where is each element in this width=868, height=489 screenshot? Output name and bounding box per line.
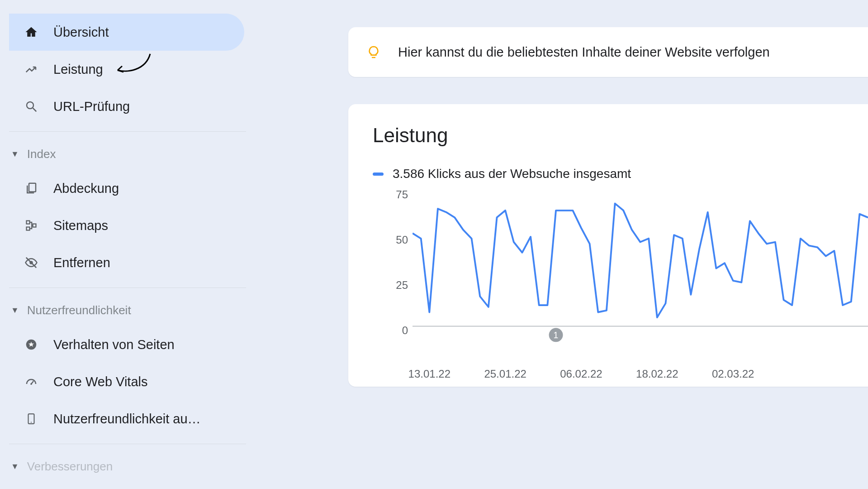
sidebar-item-core-web-vitals[interactable]: Core Web Vitals [9, 363, 244, 400]
divider [9, 288, 246, 288]
sidebar-item-label: Übersicht [53, 25, 109, 40]
sidebar-section-enhancements[interactable]: ▼ Verbesserungen [0, 451, 253, 482]
legend-swatch [373, 173, 384, 176]
section-title: Nutzerfreundlichkeit [27, 303, 131, 317]
sidebar-index-group: Abdeckung Sitemaps Entfernen [0, 170, 253, 281]
smartphone-icon [24, 411, 39, 427]
sidebar-item-removals[interactable]: Entfernen [9, 244, 244, 281]
svg-text:1: 1 [554, 330, 559, 340]
trending-icon [24, 62, 39, 77]
svg-point-0 [27, 102, 33, 109]
chevron-down-icon: ▼ [11, 462, 19, 471]
legend-label: 3.586 Klicks aus der Websuche insgesamt [393, 167, 631, 181]
chart-y-axis: 0255075 [376, 195, 408, 367]
sidebar-main-group: Übersicht Leistung URL-Prüfung [0, 14, 253, 125]
sidebar-item-label: Sitemaps [53, 218, 108, 233]
sidebar-item-page-experience[interactable]: Verhalten von Seiten [9, 326, 244, 363]
sidebar-item-url-inspection[interactable]: URL-Prüfung [9, 88, 244, 125]
sidebar-item-label: Entfernen [53, 255, 110, 270]
sidebar-section-index[interactable]: ▼ Index [0, 138, 253, 170]
section-title: Verbesserungen [27, 460, 113, 474]
svg-rect-3 [27, 227, 30, 230]
chart-x-axis: 13.01.2225.01.2206.02.2218.02.2202.03.22 [413, 368, 868, 383]
divider [9, 131, 246, 132]
sidebar-item-performance[interactable]: Leistung [9, 51, 244, 88]
lightbulb-icon [366, 45, 381, 59]
svg-rect-1 [29, 183, 36, 192]
performance-card: Leistung 3.586 Klicks aus der Websuche i… [348, 104, 868, 387]
tip-card: Hier kannst du die beliebtesten Inhalte … [348, 27, 868, 77]
sidebar-item-sitemaps[interactable]: Sitemaps [9, 207, 244, 244]
performance-chart: 0255075 1 13.01.2225.01.2206.02.2218.02.… [376, 195, 868, 367]
sidebar-section-usability[interactable]: ▼ Nutzerfreundlichkeit [0, 294, 253, 326]
divider [9, 444, 246, 444]
svg-point-7 [30, 383, 32, 385]
home-icon [24, 24, 39, 40]
chart-plot: 1 [413, 195, 868, 344]
sidebar-item-label: Leistung [53, 62, 103, 77]
svg-rect-4 [33, 224, 36, 227]
sitemap-icon [24, 218, 39, 233]
sidebar-item-label: Nutzerfreundlichkeit au… [53, 412, 201, 427]
section-title: Index [27, 147, 56, 161]
speedometer-icon [24, 374, 39, 389]
sidebar: Übersicht Leistung URL-Prüfung ▼ Index [0, 0, 253, 489]
chart-legend: 3.586 Klicks aus der Websuche insgesamt [373, 167, 868, 181]
sidebar-item-overview[interactable]: Übersicht [9, 14, 244, 51]
sidebar-item-label: Core Web Vitals [53, 374, 147, 389]
chevron-down-icon: ▼ [11, 306, 19, 315]
sidebar-item-label: Verhalten von Seiten [53, 337, 175, 352]
copy-icon [24, 181, 39, 196]
svg-point-9 [31, 422, 32, 423]
sidebar-usability-group: Verhalten von Seiten Core Web Vitals Nut… [0, 326, 253, 437]
sidebar-item-coverage[interactable]: Abdeckung [9, 170, 244, 207]
main-content: Hier kannst du die beliebtesten Inhalte … [348, 0, 868, 387]
search-icon [24, 99, 39, 114]
performance-title: Leistung [373, 124, 868, 147]
tip-text: Hier kannst du die beliebtesten Inhalte … [398, 45, 770, 60]
visibility-off-icon [24, 255, 39, 270]
stars-icon [24, 337, 39, 352]
svg-rect-2 [27, 221, 30, 224]
sidebar-item-label: Abdeckung [53, 181, 119, 196]
sidebar-item-mobile-usability[interactable]: Nutzerfreundlichkeit au… [9, 400, 244, 437]
sidebar-item-label: URL-Prüfung [53, 99, 130, 114]
chevron-down-icon: ▼ [11, 149, 19, 159]
